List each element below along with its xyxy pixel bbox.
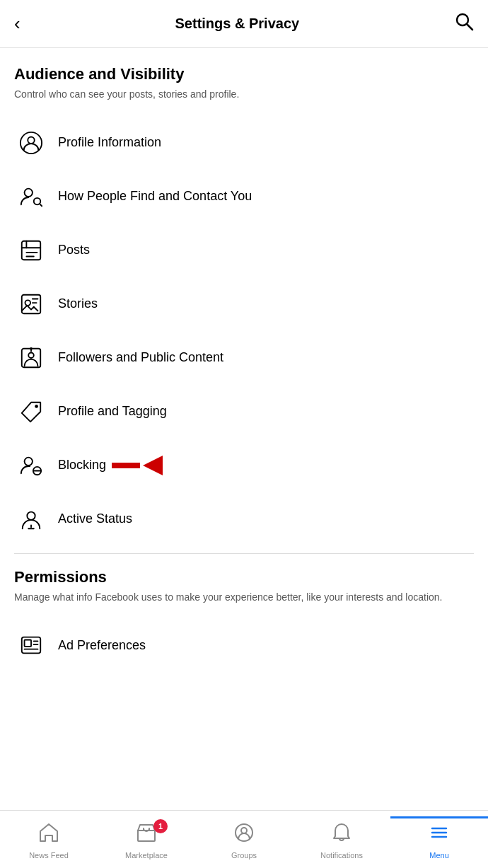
permissions-section: Permissions Manage what info Facebook us… xyxy=(14,568,474,673)
menu-item-followers[interactable]: Followers and Public Content xyxy=(14,331,474,385)
stories-icon xyxy=(14,287,48,321)
notifications-label: Notifications xyxy=(320,851,363,860)
svg-point-0 xyxy=(457,14,468,25)
profile-information-label: Profile Information xyxy=(58,135,161,150)
menu-item-how-people-find[interactable]: How People Find and Contact You xyxy=(14,170,474,224)
posts-label: Posts xyxy=(58,243,90,257)
svg-point-13 xyxy=(25,300,31,306)
active-status-icon xyxy=(14,502,48,536)
svg-point-35 xyxy=(241,828,247,833)
svg-rect-32 xyxy=(138,831,155,841)
audience-title: Audience and Visibility xyxy=(14,65,474,83)
menu-item-ad-preferences[interactable]: Ad Preferences xyxy=(14,618,474,672)
menu-icon xyxy=(429,822,450,848)
svg-point-4 xyxy=(25,188,33,196)
marketplace-label: Marketplace xyxy=(125,851,168,860)
nav-item-news-feed[interactable]: News Feed xyxy=(0,816,98,862)
profile-tagging-label: Profile and Tagging xyxy=(58,404,167,419)
blocking-icon xyxy=(14,449,48,482)
news-feed-label: News Feed xyxy=(29,851,69,860)
followers-label: Followers and Public Content xyxy=(58,350,223,365)
person-circle-icon xyxy=(14,126,48,160)
menu-item-profile-tagging[interactable]: Profile and Tagging xyxy=(14,385,474,439)
svg-point-3 xyxy=(28,137,34,143)
nav-item-notifications[interactable]: Notifications xyxy=(293,816,390,862)
home-icon xyxy=(38,822,59,848)
ad-preferences-label: Ad Preferences xyxy=(58,638,146,653)
svg-rect-28 xyxy=(25,640,31,647)
active-status-label: Active Status xyxy=(58,511,132,526)
main-content: Audience and Visibility Control who can … xyxy=(0,48,488,757)
audience-desc: Control who can see your posts, stories … xyxy=(14,88,474,102)
nav-item-groups[interactable]: Groups xyxy=(195,816,293,862)
ad-preferences-icon xyxy=(14,628,48,662)
svg-point-21 xyxy=(25,457,33,465)
menu-item-blocking[interactable]: Blocking xyxy=(14,439,474,492)
svg-point-20 xyxy=(35,405,38,408)
posts-icon xyxy=(14,233,48,267)
groups-label: Groups xyxy=(231,851,257,860)
nav-item-menu[interactable]: Menu xyxy=(390,816,488,862)
followers-icon xyxy=(14,341,48,375)
menu-item-active-status[interactable]: Active Status xyxy=(14,492,474,546)
search-button[interactable] xyxy=(454,11,474,36)
menu-item-posts[interactable]: Posts xyxy=(14,224,474,277)
menu-item-stories[interactable]: Stories xyxy=(14,277,474,331)
svg-point-17 xyxy=(28,352,34,358)
header: ‹ Settings & Privacy xyxy=(0,0,488,48)
how-people-find-label: How People Find and Contact You xyxy=(58,189,252,204)
marketplace-badge: 1 xyxy=(153,819,168,833)
bottom-nav: News Feed 1 Marketplace Groups xyxy=(0,810,488,868)
svg-line-6 xyxy=(40,204,42,206)
svg-point-19 xyxy=(30,347,33,349)
bell-icon xyxy=(331,822,352,848)
permissions-desc: Manage what info Facebook uses to make y… xyxy=(14,591,474,605)
groups-icon xyxy=(233,822,255,848)
section-divider xyxy=(14,553,474,554)
permissions-title: Permissions xyxy=(14,568,474,586)
tag-icon xyxy=(14,395,48,429)
svg-line-1 xyxy=(467,25,472,30)
stories-label: Stories xyxy=(58,296,98,311)
menu-item-profile-information[interactable]: Profile Information xyxy=(14,116,474,170)
nav-item-marketplace[interactable]: 1 Marketplace xyxy=(98,816,195,862)
svg-point-24 xyxy=(27,511,35,519)
page-title: Settings & Privacy xyxy=(175,16,300,32)
person-search-icon xyxy=(14,180,48,214)
audience-section: Audience and Visibility Control who can … xyxy=(14,65,474,546)
blocking-label: Blocking xyxy=(58,458,106,473)
content-area: Audience and Visibility Control who can … xyxy=(0,48,488,686)
active-bar xyxy=(390,816,488,818)
blocking-arrow-annotation xyxy=(112,456,163,475)
back-button[interactable]: ‹ xyxy=(14,13,21,35)
menu-label: Menu xyxy=(429,851,449,860)
